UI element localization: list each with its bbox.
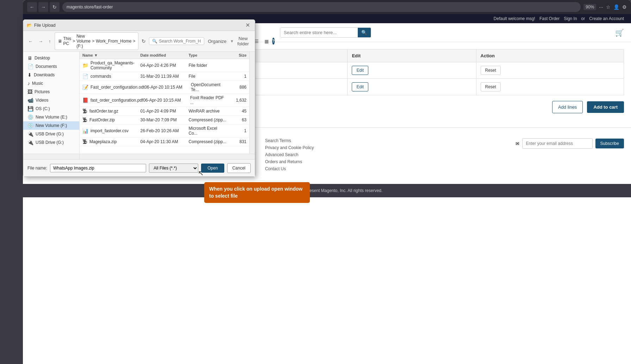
file-row-product-qa[interactable]: 📁Product_qa_Mageants-Community 04-Apr-20…	[80, 59, 249, 72]
sidebar-item-videos[interactable]: 📹 Videos	[23, 96, 79, 104]
edit-button-1[interactable]: Edit	[352, 66, 368, 75]
dialog-title-icon: 📂	[27, 23, 32, 28]
extensions-icon[interactable]: ···	[599, 4, 603, 10]
browser-toolbar: ← → ↻ magento.store/fast-order 90% ··· ☆…	[23, 0, 631, 14]
sidebar-item-os-c[interactable]: 💾 OS (C:)	[23, 104, 79, 113]
dialog-search-input[interactable]	[159, 39, 201, 44]
drive-c-icon: 💾	[27, 106, 33, 111]
bookmark-icon[interactable]: ☆	[606, 4, 611, 10]
file-type-odt: OpenDocument Te...	[191, 82, 228, 92]
view-toggle-button[interactable]: ☰	[252, 38, 261, 45]
sidebar-label-desktop: Desktop	[35, 56, 50, 60]
file-size-csv: 1	[227, 128, 246, 133]
file-row-config-odt[interactable]: 📝Fast_order_configuration.odt 06-Apr-20 …	[80, 81, 249, 94]
newsletter-email-input[interactable]	[522, 138, 593, 149]
zoom-level[interactable]: 90%	[583, 4, 596, 10]
downloads-icon: ⬇	[27, 72, 32, 78]
drive-e-icon: 💿	[27, 114, 33, 120]
advanced-search-link[interactable]: Advanced Search	[265, 152, 314, 157]
reset-button-1[interactable]: Reset	[481, 66, 501, 75]
fast-order-link[interactable]: Fast Order	[539, 16, 560, 21]
dialog-body: 🖥 Desktop 📄 Documents ⬇ Downloads ♪ Musi…	[23, 52, 255, 154]
sidebar-item-volume-e[interactable]: 💿 New Volume (E:)	[23, 113, 79, 121]
dialog-up-button[interactable]: ↑	[46, 38, 53, 45]
file-size-mageplaza: 831	[227, 139, 246, 144]
privacy-policy-link[interactable]: Privacy and Cookie Policy	[265, 145, 314, 150]
breadcrumb-sep2: >	[92, 39, 94, 44]
add-to-cart-button[interactable]: Add to cart	[587, 101, 624, 113]
orders-returns-link[interactable]: Orders and Returns	[265, 159, 314, 164]
file-icon-mageplaza: 🗜	[82, 139, 87, 145]
sidebar-item-desktop[interactable]: 🖥 Desktop	[23, 54, 79, 62]
sidebar-item-documents[interactable]: 📄 Documents	[23, 62, 79, 71]
organize-button[interactable]: Organize	[206, 38, 229, 45]
sidebar-item-music[interactable]: ♪ Music	[23, 79, 79, 88]
cart-icon[interactable]: 🛒	[615, 28, 624, 37]
horizontal-scrollbar[interactable]	[23, 154, 255, 159]
dialog-close-button[interactable]: ✕	[244, 22, 251, 28]
dialog-refresh-button[interactable]: ↻	[140, 38, 148, 45]
view-details-button[interactable]: ▦	[262, 38, 271, 45]
welcome-msg: Default welcome msg!	[494, 16, 535, 21]
file-row-csv[interactable]: 📊import_fastorder.csv 26-Feb-20 10:26 AM…	[80, 124, 249, 138]
settings-icon[interactable]: ⚙	[622, 4, 627, 10]
dialog-back-button[interactable]: ←	[26, 38, 35, 45]
footer-col-links: Search Terms Privacy and Cookie Policy A…	[265, 138, 314, 173]
address-bar[interactable]: magento.store/fast-order	[62, 2, 581, 12]
breadcrumb-folder[interactable]: Work_From_Home	[96, 39, 131, 44]
file-row-mageplaza[interactable]: 🗜Mageplaza.zip 04-Apr-20 11:30 AM Compre…	[80, 138, 249, 146]
annotation-text: When you click on upload open window to …	[209, 186, 302, 199]
scrollbar[interactable]	[249, 52, 255, 154]
file-icon-odt: 📝	[82, 84, 88, 90]
add-lines-button[interactable]: Add lines	[552, 101, 583, 113]
site-search: 🔍	[280, 27, 371, 38]
create-account-link[interactable]: Create an Account	[589, 16, 624, 21]
dialog-forward-button[interactable]: →	[36, 38, 45, 45]
sidebar-label-volume-e: New Volume (E:)	[36, 115, 67, 120]
col-header-name: Name ▼	[82, 53, 140, 57]
usb-g-icon: 🔌	[27, 131, 33, 137]
filetype-select[interactable]: All Files (*.*)	[149, 164, 198, 173]
breadcrumb-thispc[interactable]: This PC	[63, 36, 71, 46]
file-name-pdf: fast_order_configuration.pdf	[90, 98, 143, 103]
open-button[interactable]: Open	[201, 164, 224, 173]
cancel-button[interactable]: Cancel	[227, 163, 251, 173]
file-upload-dialog: 📂 File Upload ✕ ← → ↑ 🖥 This PC > New Vo…	[23, 19, 255, 177]
help-button[interactable]: ?	[272, 38, 275, 45]
search-button[interactable]: 🔍	[358, 28, 371, 37]
drive-f-icon: 💿	[27, 123, 33, 128]
sidebar-item-pictures[interactable]: 🖼 Pictures	[23, 88, 79, 96]
search-input[interactable]	[280, 28, 358, 37]
dialog-nav-toolbar: ← → ↑ 🖥 This PC > New Volume (F:) > Work…	[23, 31, 255, 52]
filename-input[interactable]	[50, 164, 146, 172]
sidebar-item-volume-f[interactable]: 💿 New Volume (F:)	[23, 121, 79, 130]
contact-us-link[interactable]: Contact Us	[265, 166, 314, 171]
browser-right-icons: 90% ··· ☆ 👤 ⚙	[583, 4, 627, 10]
subscribe-button[interactable]: Subscribe	[595, 139, 624, 148]
sidebar-label-usb-g2: USB Drive (G:)	[36, 140, 64, 145]
file-row-tar-gz[interactable]: 🗜fastOrder.tar.gz 01-Apr-20 4:09 PM WinR…	[80, 107, 249, 116]
edit-button-2[interactable]: Edit	[352, 82, 368, 91]
profile-icon[interactable]: 👤	[613, 4, 619, 10]
breadcrumb-volume[interactable]: New Volume (F:)	[76, 34, 90, 49]
search-terms-link[interactable]: Search Terms	[265, 138, 314, 143]
file-name-mageplaza: Mageplaza.zip	[89, 139, 117, 144]
forward-button[interactable]: →	[38, 2, 48, 12]
back-button[interactable]: ←	[27, 2, 37, 12]
refresh-button[interactable]: ↻	[50, 2, 60, 12]
file-icon-pdf: 📕	[82, 97, 88, 103]
file-name-tar: fastOrder.tar.gz	[89, 109, 118, 114]
file-row-config-pdf[interactable]: 📕fast_order_configuration.pdf 06-Apr-20 …	[80, 94, 249, 107]
sidebar-item-downloads[interactable]: ⬇ Downloads	[23, 71, 79, 79]
sidebar-item-usb-g[interactable]: 🔌 USB Drive (G:)	[23, 130, 79, 138]
file-icon-tar: 🗜	[82, 108, 87, 114]
file-type-pdf: Foxit Reader PDF ...	[190, 95, 228, 105]
sidebar-item-usb-g2[interactable]: 🔌 USB Drive (G:)	[23, 138, 79, 147]
reset-button-2[interactable]: Reset	[481, 82, 501, 91]
search-icon: 🔍	[152, 39, 157, 44]
sign-in-link[interactable]: Sign In	[564, 16, 577, 21]
new-folder-button[interactable]: New folder	[235, 35, 251, 47]
file-row-commands[interactable]: 📄commands 31-Mar-20 11:39 AM File 1	[80, 72, 249, 81]
file-row-zip[interactable]: 🗜FastOrder.zip 30-Mar-20 7:09 PM Compres…	[80, 116, 249, 124]
file-date-mageplaza: 04-Apr-20 11:30 AM	[140, 139, 188, 144]
